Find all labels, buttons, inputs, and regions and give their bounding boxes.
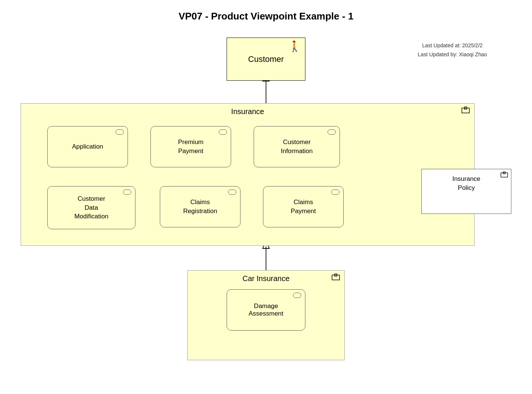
damage-assessment-box[interactable]: DamageAssessment bbox=[227, 289, 305, 331]
claimsreg-service-icon bbox=[228, 189, 236, 195]
premium-payment-label: PremiumPayment bbox=[178, 138, 203, 156]
actor-icon: 🚶 bbox=[288, 40, 301, 53]
customer-data-modification-label: CustomerDataModification bbox=[74, 194, 108, 221]
claims-payment-box[interactable]: ClaimsPayment bbox=[263, 186, 344, 227]
customer-data-modification-box[interactable]: CustomerDataModification bbox=[47, 186, 135, 229]
custinfo-service-icon bbox=[328, 129, 336, 135]
svg-rect-6 bbox=[501, 173, 508, 177]
customer-information-label: CustomerInformation bbox=[281, 138, 313, 156]
claims-registration-label: ClaimsRegistration bbox=[183, 198, 217, 216]
customer-label: Customer bbox=[248, 54, 284, 64]
insurance-policy-box[interactable]: InsurancePolicy bbox=[421, 169, 511, 214]
insurance-box: Insurance Application PremiumPayment Cus… bbox=[21, 103, 475, 246]
claimspay-service-icon bbox=[331, 189, 340, 195]
insurance-package-icon bbox=[461, 107, 470, 115]
policy-package-icon bbox=[500, 171, 508, 179]
last-updated-by: Last Updated by: Xiaoqi Zhao bbox=[418, 50, 487, 59]
application-label: Application bbox=[72, 142, 103, 151]
insurance-policy-label: InsurancePolicy bbox=[422, 169, 511, 192]
application-box[interactable]: Application bbox=[47, 126, 128, 167]
insurance-label: Insurance bbox=[21, 104, 474, 116]
car-package-icon bbox=[332, 274, 340, 282]
page-title: VP07 - Product Viewpoint Example - 1 bbox=[0, 0, 532, 22]
custdata-service-icon bbox=[123, 189, 131, 195]
premium-payment-box[interactable]: PremiumPayment bbox=[150, 126, 231, 167]
customer-box[interactable]: Customer 🚶 bbox=[227, 38, 305, 81]
damage-service-icon bbox=[293, 293, 301, 298]
customer-information-box[interactable]: CustomerInformation bbox=[254, 126, 340, 167]
claims-registration-box[interactable]: ClaimsRegistration bbox=[160, 186, 240, 227]
premium-service-icon bbox=[219, 129, 227, 135]
meta-info: Last Updated at: 2025/2/2 Last Updated b… bbox=[418, 41, 487, 59]
car-insurance-label: Car Insurance bbox=[188, 271, 344, 283]
svg-rect-8 bbox=[332, 275, 340, 280]
last-updated-at: Last Updated at: 2025/2/2 bbox=[418, 41, 487, 50]
application-service-icon bbox=[116, 129, 124, 135]
claims-payment-label: ClaimsPayment bbox=[291, 198, 316, 216]
car-insurance-box: Car Insurance DamageAssessment bbox=[187, 270, 345, 360]
svg-rect-4 bbox=[462, 108, 469, 113]
damage-assessment-label: DamageAssessment bbox=[249, 302, 284, 317]
